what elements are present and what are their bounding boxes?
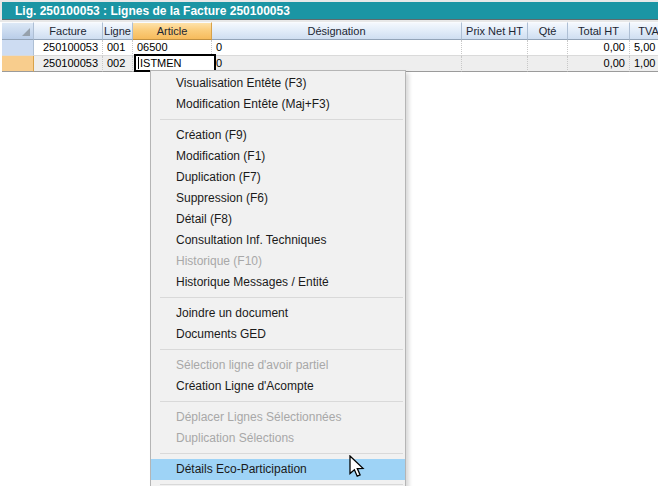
column-header-tva[interactable]: TVA: [630, 22, 658, 40]
context-menu: Visualisation Entête (F3) Modification E…: [150, 70, 406, 486]
select-all-triangle-icon: [22, 28, 30, 36]
column-header-qte[interactable]: Qté: [528, 22, 568, 40]
select-all-header-cell[interactable]: [2, 22, 34, 40]
table-row[interactable]: 250100053 001 06500 0 0,00 5,00: [2, 40, 658, 56]
menu-separator: [160, 119, 403, 120]
cell-facture[interactable]: 250100053: [34, 56, 103, 72]
cell-qte[interactable]: [528, 56, 568, 72]
column-header-facture[interactable]: Facture: [34, 22, 103, 40]
menu-item-visualisation-entete[interactable]: Visualisation Entête (F3): [151, 73, 405, 94]
row-selector-cell[interactable]: [2, 56, 34, 72]
cell-tva[interactable]: 5,00: [630, 40, 658, 56]
menu-separator: [160, 297, 403, 298]
menu-item-detail[interactable]: Détail (F8): [151, 209, 405, 230]
cell-tva[interactable]: 1,00: [630, 56, 658, 72]
cell-total-ht[interactable]: 0,00: [568, 40, 630, 56]
cell-prix-net-ht[interactable]: [462, 40, 528, 56]
column-header-designation[interactable]: Désignation: [212, 22, 462, 40]
window-titlebar[interactable]: Lig. 250100053 : Lignes de la Facture 25…: [0, 0, 658, 22]
menu-item-duplication-selections: Duplication Sélections: [151, 428, 405, 449]
menu-item-duplication[interactable]: Duplication (F7): [151, 167, 405, 188]
menu-item-documents-ged[interactable]: Documents GED: [151, 324, 405, 345]
column-header-prix-net-ht[interactable]: Prix Net HT: [462, 22, 528, 40]
column-header-article[interactable]: Article: [133, 22, 212, 40]
cell-designation[interactable]: 0: [212, 40, 462, 56]
text-caret: [138, 57, 139, 69]
menu-item-consultation-inf-techniques[interactable]: Consultation Inf. Techniques: [151, 230, 405, 251]
cell-facture[interactable]: 250100053: [34, 40, 103, 56]
menu-item-creation[interactable]: Création (F9): [151, 125, 405, 146]
menu-item-joindre-un-document[interactable]: Joindre un document: [151, 303, 405, 324]
cell-ligne[interactable]: 001: [103, 40, 133, 56]
menu-item-creation-ligne-acompte[interactable]: Création Ligne d'Acompte: [151, 376, 405, 397]
grid-header-row: Facture Ligne Article Désignation Prix N…: [2, 22, 658, 40]
menu-separator: [160, 401, 403, 402]
window-title: Lig. 250100053 : Lignes de la Facture 25…: [2, 2, 658, 20]
menu-separator: [160, 453, 403, 454]
cell-qte[interactable]: [528, 40, 568, 56]
cell-ligne[interactable]: 002: [103, 56, 133, 72]
cell-prix-net-ht[interactable]: [462, 56, 528, 72]
menu-item-historique: Historique (F10): [151, 251, 405, 272]
menu-separator: [160, 349, 403, 350]
article-edit-value: ISTMEN: [140, 56, 182, 70]
menu-separator: [160, 484, 403, 485]
row-selector-cell[interactable]: [2, 40, 34, 56]
menu-item-historique-messages-entite[interactable]: Historique Messages / Entité: [151, 272, 405, 293]
column-header-ligne[interactable]: Ligne: [103, 22, 133, 40]
cell-total-ht[interactable]: 0,00: [568, 56, 630, 72]
menu-item-suppression[interactable]: Suppression (F6): [151, 188, 405, 209]
menu-item-modification[interactable]: Modification (F1): [151, 146, 405, 167]
menu-item-selection-ligne-avoir-partiel: Sélection ligne d'avoir partiel: [151, 355, 405, 376]
menu-item-deplacer-lignes-selectionnees: Déplacer Lignes Sélectionnées: [151, 407, 405, 428]
mouse-cursor-icon: [349, 455, 367, 481]
menu-item-modification-entete[interactable]: Modification Entête (Maj+F3): [151, 94, 405, 115]
application-window: Lig. 250100053 : Lignes de la Facture 25…: [0, 0, 658, 486]
column-header-total-ht[interactable]: Total HT: [568, 22, 630, 40]
